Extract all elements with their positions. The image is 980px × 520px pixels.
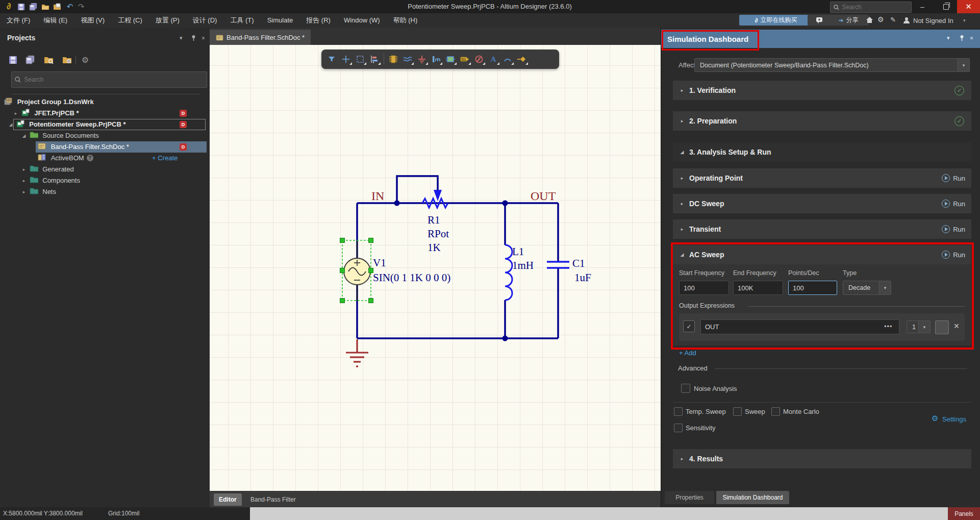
expression-browse-icon[interactable]: ••• bbox=[884, 323, 893, 330]
menu-project[interactable]: 工程 (C) bbox=[111, 13, 149, 28]
remove-expression-icon[interactable]: ✕ bbox=[953, 322, 960, 330]
tree-item-generated[interactable]: ▸ Generated bbox=[0, 164, 210, 175]
save-all-icon[interactable] bbox=[29, 2, 38, 11]
place-part-icon[interactable] bbox=[386, 52, 400, 66]
sign-in-chevron-icon[interactable]: ▾ bbox=[963, 18, 966, 23]
r1-type[interactable]: RPot bbox=[428, 228, 449, 240]
ground-symbol[interactable] bbox=[346, 339, 368, 366]
points-per-dec-input[interactable] bbox=[788, 281, 837, 295]
cursor-crosshair-icon[interactable] bbox=[339, 52, 353, 66]
project-options-folder-icon[interactable] bbox=[61, 54, 72, 65]
place-wire-icon[interactable] bbox=[400, 52, 415, 66]
panel-close-icon[interactable]: × bbox=[970, 35, 973, 42]
pen-icon[interactable]: ✎ bbox=[890, 16, 896, 23]
temp-sweep-checkbox[interactable] bbox=[674, 407, 683, 416]
tree-item-source-documents[interactable]: ◢ Source Documents bbox=[0, 130, 210, 141]
expand-icon[interactable]: ▸ bbox=[20, 186, 28, 197]
menu-edit[interactable]: 编辑 (E) bbox=[37, 13, 74, 28]
end-frequency-input[interactable] bbox=[733, 281, 783, 295]
analysis-operating-point[interactable]: ▸ Operating Point Run bbox=[673, 168, 971, 188]
menu-place[interactable]: 放置 (P) bbox=[149, 13, 186, 28]
close-button[interactable]: ✕ bbox=[957, 0, 980, 13]
menu-view[interactable]: 视图 (V) bbox=[74, 13, 111, 28]
tree-item-components[interactable]: ▸ Components bbox=[0, 175, 210, 186]
place-net-label-icon[interactable]: D1 bbox=[458, 52, 472, 66]
tree-item-jfet-project[interactable]: ▸ JFET.PrjPCB * D bbox=[0, 108, 210, 119]
section-results[interactable]: ▸ 4. Results bbox=[673, 449, 971, 468]
selection-rect-icon[interactable] bbox=[353, 52, 367, 66]
tab-band-pass-filter[interactable]: Band-Pass Filter bbox=[245, 493, 301, 506]
monte-carlo-checkbox[interactable] bbox=[771, 407, 780, 416]
minimize-button[interactable]: – bbox=[911, 0, 934, 13]
tab-properties[interactable]: Properties bbox=[665, 491, 714, 504]
c1-value[interactable]: 1uF bbox=[574, 271, 591, 284]
place-harness-icon[interactable] bbox=[429, 52, 443, 66]
projects-search-input[interactable] bbox=[23, 76, 204, 84]
save-project-icon[interactable] bbox=[7, 54, 18, 65]
noise-analysis-checkbox[interactable] bbox=[681, 384, 690, 393]
c1-designator[interactable]: C1 bbox=[572, 257, 585, 269]
analysis-dc-sweep[interactable]: ▸ DC Sweep Run bbox=[673, 194, 971, 213]
section-verification[interactable]: ▸ 1. Verification ✓ bbox=[673, 81, 971, 100]
expand-icon[interactable]: ▸ bbox=[20, 164, 28, 175]
menu-file[interactable]: 文件 (F) bbox=[0, 13, 37, 28]
panel-pin-icon[interactable] bbox=[959, 35, 965, 41]
global-search[interactable] bbox=[830, 2, 912, 13]
panel-settings-gear-icon[interactable]: ⚙ bbox=[80, 54, 91, 65]
capacitor-c1[interactable] bbox=[547, 262, 569, 268]
menu-design[interactable]: 设计 (D) bbox=[186, 13, 224, 28]
expression-input[interactable] bbox=[700, 319, 899, 334]
add-expression-link[interactable]: + Add bbox=[679, 349, 696, 357]
analysis-ac-sweep[interactable]: ◢ AC Sweep Run bbox=[673, 245, 971, 264]
undo-icon[interactable]: ↶ bbox=[65, 2, 74, 11]
plot-number-dropdown[interactable]: 1 ▾ bbox=[907, 320, 931, 333]
open-folder-icon[interactable] bbox=[41, 2, 50, 11]
collapse-icon[interactable]: ◢ bbox=[20, 130, 28, 141]
place-no-erc-icon[interactable] bbox=[472, 52, 486, 66]
expand-icon[interactable]: ▸ bbox=[12, 108, 19, 119]
panel-close-icon[interactable]: × bbox=[202, 35, 205, 42]
menu-reports[interactable]: 报告 (R) bbox=[299, 13, 337, 28]
net-label-out[interactable]: OUT bbox=[531, 189, 556, 203]
save-icon[interactable] bbox=[16, 2, 26, 11]
start-frequency-input[interactable] bbox=[679, 281, 729, 295]
tree-item-potentiometer-project[interactable]: ◢ Potentiometer Sweep.PrjPCB * D bbox=[0, 119, 210, 130]
menu-help[interactable]: 帮助 (H) bbox=[387, 13, 424, 28]
place-ground-icon[interactable] bbox=[415, 52, 429, 66]
affect-dropdown[interactable]: Document (Potentiometer Sweep/Band-Pass … bbox=[694, 58, 970, 72]
panel-dropdown-icon[interactable]: ▾ bbox=[180, 35, 183, 41]
buy-online-button[interactable]: ∂ 立即在线购买 bbox=[739, 15, 813, 26]
save-all-documents-icon[interactable] bbox=[24, 54, 36, 65]
type-dropdown[interactable]: Decade ▾ bbox=[843, 281, 891, 295]
v1-designator[interactable]: V1 bbox=[373, 257, 386, 269]
place-sheet-symbol-icon[interactable] bbox=[443, 52, 458, 66]
section-preparation[interactable]: ▸ 2. Preparation ✓ bbox=[673, 111, 971, 131]
place-arc-icon[interactable] bbox=[500, 52, 515, 66]
tree-item-schdoc[interactable]: Band-Pass Filter.SchDoc * D bbox=[0, 141, 210, 153]
expand-icon[interactable]: ▸ bbox=[679, 176, 685, 181]
place-power-port-icon[interactable] bbox=[515, 52, 529, 66]
voltage-source-v1[interactable] bbox=[344, 241, 370, 301]
v1-value[interactable]: SIN(0 1 1K 0 0 0) bbox=[373, 271, 450, 284]
section-analysis-setup[interactable]: ◢ 3. Analysis Setup & Run bbox=[673, 143, 971, 161]
sign-in-status[interactable]: Not Signed In bbox=[913, 17, 953, 24]
help-icon[interactable]: ? bbox=[87, 155, 93, 161]
expand-icon[interactable]: ▸ bbox=[20, 175, 28, 186]
tab-band-pass-filter-schdoc[interactable]: Band-Pass Filter.SchDoc * bbox=[210, 30, 311, 45]
global-search-input[interactable] bbox=[841, 3, 908, 11]
settings-link[interactable]: Settings bbox=[942, 415, 966, 423]
menu-window[interactable]: Window (W) bbox=[337, 13, 387, 28]
run-ac-sweep-button[interactable]: Run bbox=[942, 251, 965, 259]
collapse-icon[interactable]: ◢ bbox=[679, 150, 685, 155]
l1-value[interactable]: 1mH bbox=[512, 259, 534, 271]
panel-pin-icon[interactable] bbox=[191, 35, 196, 41]
tab-editor[interactable]: Editor bbox=[214, 493, 242, 506]
filter-icon[interactable] bbox=[324, 52, 339, 66]
projects-search[interactable] bbox=[11, 71, 207, 88]
align-icon[interactable] bbox=[367, 52, 382, 66]
expand-icon[interactable]: ▸ bbox=[679, 118, 685, 123]
expand-icon[interactable]: ▸ bbox=[679, 456, 685, 461]
schematic-canvas[interactable]: D1 A bbox=[210, 45, 661, 491]
sensitivity-checkbox[interactable] bbox=[674, 424, 683, 432]
tree-item-workspace[interactable]: Project Group 1.DsnWrk bbox=[0, 96, 210, 108]
